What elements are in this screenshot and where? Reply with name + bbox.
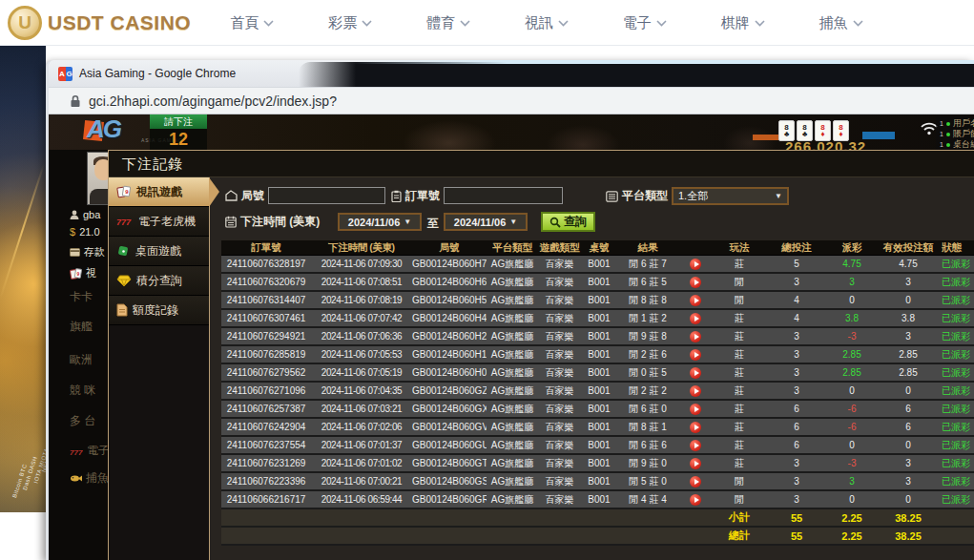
total-bet: 5: [766, 259, 827, 269]
lock-icon[interactable]: [70, 94, 81, 108]
result: 閒 1 莊 2: [617, 312, 678, 325]
play-video-button[interactable]: [690, 349, 701, 361]
date-to-select[interactable]: 2024/11/06 ▼: [444, 213, 528, 231]
username-row: gba: [70, 209, 100, 220]
site-logo[interactable]: U USDT CASINO: [8, 6, 191, 40]
video-cell: [678, 439, 713, 450]
ag-lobby-item[interactable]: 捕魚王: [70, 470, 108, 487]
date-from-select[interactable]: 2024/11/06 ▼: [338, 213, 422, 231]
modal-menu-額度記錄[interactable]: 額度記錄: [109, 296, 209, 325]
play-video-button[interactable]: [690, 295, 701, 306]
modal-menu-桌面遊戲[interactable]: 桌面遊戲: [109, 237, 209, 266]
order-input[interactable]: [444, 187, 563, 204]
valid-bet: 3: [877, 458, 940, 468]
address-bar[interactable]: gci.2hhapi.com/agingame/pcv2/index.jsp?: [49, 87, 974, 114]
ag-lobby-item[interactable]: 競 咪: [70, 383, 95, 399]
game-type: 百家樂: [538, 493, 581, 507]
valid-bet: 0: [877, 494, 940, 505]
play-type: 閒: [713, 475, 766, 488]
payout: 3: [827, 277, 877, 287]
ag-lobby-item[interactable]: 旗艦: [70, 319, 93, 335]
header-play-type: 玩法: [713, 241, 766, 255]
play-type: 莊: [713, 421, 766, 434]
valid-bet: 3.8: [877, 313, 940, 323]
header-bet-time: 下注時間 (美東): [311, 241, 412, 255]
status: 已派彩: [940, 384, 974, 398]
payout: -6: [827, 404, 877, 414]
modal-menu-電子老虎機[interactable]: 777電子老虎機: [109, 207, 209, 237]
countdown-number: 12: [150, 129, 207, 150]
video-cell: [678, 258, 713, 269]
play-video-button[interactable]: [690, 476, 701, 487]
game-type: 百家樂: [538, 366, 581, 380]
nav-item-捕魚[interactable]: 捕魚: [792, 0, 890, 46]
url-text[interactable]: gci.2hhapi.com/agingame/pcv2/index.jsp?: [89, 93, 337, 109]
fish-icon: [70, 474, 82, 483]
table-row: 2411060662167172024-11-06 06:59:44GB0012…: [221, 491, 974, 509]
status: 已派彩: [940, 457, 974, 470]
play-video-button[interactable]: [690, 385, 701, 397]
deposit-button[interactable]: 存款: [70, 245, 105, 259]
ag-lobby-item[interactable]: 歐洲: [70, 352, 93, 368]
search-button[interactable]: 查詢: [541, 212, 595, 232]
nav-item-視訊[interactable]: 視訊: [498, 0, 596, 46]
nav-item-體育[interactable]: 體育: [400, 0, 498, 46]
nav-item-首頁[interactable]: 首頁: [203, 0, 301, 46]
modal-menu-積分查詢[interactable]: 積分查詢: [109, 266, 209, 296]
bet-time: 2024-11-06 07:01:37: [311, 440, 412, 450]
dropdown-arrow-icon: ▼: [404, 218, 411, 226]
play-video-button[interactable]: [690, 259, 701, 270]
slot-777-icon: 777: [70, 446, 83, 456]
nav-item-棋牌[interactable]: 棋牌: [694, 0, 792, 46]
play-video-button[interactable]: [690, 494, 701, 506]
platform-type: AG旗艦廳: [487, 276, 538, 289]
play-video-button[interactable]: [690, 367, 701, 379]
play-type: 莊: [713, 384, 766, 398]
table-row: 2411060763144072024-11-06 07:08:19GB0012…: [221, 292, 974, 310]
table-row: 2411060763074612024-11-06 07:07:42GB0012…: [221, 310, 974, 328]
ag-lobby-item[interactable]: 卡卡: [70, 289, 93, 305]
round-input[interactable]: [268, 187, 385, 204]
header-payout: 派彩: [827, 241, 877, 255]
modal-menu-視訊遊戲[interactable]: 9視訊遊戲: [109, 177, 209, 207]
ag-lobby-item[interactable]: 777電子遊: [70, 443, 108, 459]
play-type: 莊: [713, 258, 766, 271]
order-label: 訂單號: [405, 188, 440, 204]
order-number: 241106066216717: [221, 494, 311, 505]
platform-type: AG旗艦廳: [487, 384, 538, 398]
round-number: GB00124B060H1: [412, 349, 487, 360]
payout: 0: [827, 385, 877, 396]
platform-select[interactable]: 1.全部 ▼: [672, 187, 789, 205]
bet-time: 2024-11-06 07:05:19: [311, 367, 412, 378]
play-video-button[interactable]: [690, 331, 701, 342]
table-games-icon: [116, 244, 131, 259]
round-number: GB00124B060H0: [412, 367, 487, 378]
play-video-button[interactable]: [690, 313, 701, 324]
video-games-row[interactable]: 9 視: [70, 266, 96, 280]
nav-item-彩票[interactable]: 彩票: [301, 0, 400, 46]
window-titlebar[interactable]: AG Asia Gaming - Google Chrome: [49, 60, 974, 87]
platform-type: AG旗艦廳: [487, 312, 538, 325]
svg-text:9: 9: [77, 270, 80, 276]
valid-bet: 6: [877, 404, 940, 414]
play-video-button[interactable]: [690, 277, 701, 288]
nav-item-電子[interactable]: 電子: [595, 0, 694, 46]
play-video-button[interactable]: [690, 440, 701, 451]
play-video-button[interactable]: [690, 458, 701, 469]
ag-lobby-item[interactable]: 多 台: [70, 413, 95, 429]
magnifier-icon: [549, 217, 561, 228]
payout: 2.85: [827, 367, 877, 378]
play-video-button[interactable]: [690, 404, 701, 415]
play-type: 莊: [713, 330, 766, 343]
nav-item-label: 電子: [623, 14, 652, 32]
user-icon: [70, 210, 79, 219]
order-number: 241106076307461: [221, 313, 311, 323]
modal-sidebar: 9視訊遊戲777電子老虎機桌面遊戲積分查詢額度記錄: [109, 177, 210, 560]
filter-bar: 局號 訂單號 平台類型: [210, 177, 974, 240]
total-bet: 3: [766, 476, 827, 487]
chevron-down-icon: [460, 20, 470, 27]
playing-cards-icon: 9: [116, 185, 132, 199]
titlebar-dark-band: [299, 62, 974, 87]
modal-main: 局號 訂單號 平台類型: [210, 177, 974, 560]
play-video-button[interactable]: [690, 422, 701, 433]
